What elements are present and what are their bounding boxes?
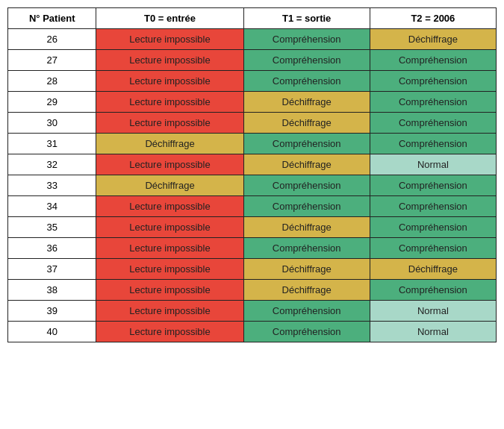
t0-cell: Lecture impossible — [96, 154, 243, 175]
patient-number: 29 — [8, 92, 96, 113]
t2-cell: Déchiffrage — [370, 29, 496, 50]
t0-cell: Lecture impossible — [96, 322, 243, 342]
t1-cell: Compréhension — [243, 238, 370, 259]
header-col-1: T0 = entrée — [96, 8, 243, 29]
t0-cell: Lecture impossible — [96, 71, 243, 92]
t2-cell: Compréhension — [370, 280, 496, 301]
patient-number: 26 — [8, 29, 96, 50]
table-row: 28Lecture impossibleCompréhensionCompréh… — [8, 71, 497, 92]
patient-number: 39 — [8, 301, 96, 322]
header-row: N° PatientT0 = entréeT1 = sortieT2 = 200… — [8, 8, 497, 29]
table-row: 40Lecture impossibleCompréhensionNormal — [8, 322, 497, 342]
data-table: N° PatientT0 = entréeT1 = sortieT2 = 200… — [7, 7, 497, 342]
patient-number: 28 — [8, 71, 96, 92]
t2-cell: Compréhension — [370, 196, 496, 217]
patient-number: 31 — [8, 134, 96, 154]
t1-cell: Compréhension — [243, 29, 370, 50]
table-row: 35Lecture impossibleDéchiffrageCompréhen… — [8, 217, 497, 238]
t0-cell: Lecture impossible — [96, 50, 243, 71]
table-row: 27Lecture impossibleCompréhensionCompréh… — [8, 50, 497, 71]
t2-cell: Compréhension — [370, 71, 496, 92]
t2-cell: Normal — [370, 301, 496, 322]
t2-cell: Normal — [370, 322, 496, 342]
t2-cell: Normal — [370, 154, 496, 175]
header-col-2: T1 = sortie — [243, 8, 370, 29]
t2-cell: Compréhension — [370, 238, 496, 259]
t1-cell: Déchiffrage — [243, 92, 370, 113]
table-row: 31DéchiffrageCompréhensionCompréhension — [8, 134, 497, 154]
table-row: 34Lecture impossibleCompréhensionCompréh… — [8, 196, 497, 217]
t1-cell: Déchiffrage — [243, 217, 370, 238]
t0-cell: Lecture impossible — [96, 259, 243, 280]
patient-number: 36 — [8, 238, 96, 259]
t1-cell: Compréhension — [243, 301, 370, 322]
t0-cell: Déchiffrage — [96, 134, 243, 154]
table-row: 36Lecture impossibleCompréhensionCompréh… — [8, 238, 497, 259]
patient-number: 30 — [8, 113, 96, 134]
table-row: 39Lecture impossibleCompréhensionNormal — [8, 301, 497, 322]
t0-cell: Lecture impossible — [96, 280, 243, 301]
t2-cell: Déchiffrage — [370, 259, 496, 280]
t2-cell: Compréhension — [370, 217, 496, 238]
table-row: 32Lecture impossibleDéchiffrageNormal — [8, 154, 497, 175]
t1-cell: Compréhension — [243, 50, 370, 71]
t1-cell: Compréhension — [243, 196, 370, 217]
table-row: 33DéchiffrageCompréhensionCompréhension — [8, 175, 497, 196]
t1-cell: Déchiffrage — [243, 280, 370, 301]
table-row: 29Lecture impossibleDéchiffrageCompréhen… — [8, 92, 497, 113]
patient-number: 34 — [8, 196, 96, 217]
t1-cell: Déchiffrage — [243, 113, 370, 134]
patient-number: 35 — [8, 217, 96, 238]
table-row: 26Lecture impossibleCompréhensionDéchiff… — [8, 29, 497, 50]
t2-cell: Compréhension — [370, 175, 496, 196]
patient-number: 38 — [8, 280, 96, 301]
patient-number: 33 — [8, 175, 96, 196]
header-col-3: T2 = 2006 — [370, 8, 496, 29]
patient-number: 32 — [8, 154, 96, 175]
t0-cell: Lecture impossible — [96, 238, 243, 259]
header-col-0: N° Patient — [8, 8, 96, 29]
patient-number: 37 — [8, 259, 96, 280]
t0-cell: Lecture impossible — [96, 92, 243, 113]
t0-cell: Lecture impossible — [96, 29, 243, 50]
patient-number: 27 — [8, 50, 96, 71]
t0-cell: Lecture impossible — [96, 113, 243, 134]
t2-cell: Compréhension — [370, 50, 496, 71]
t2-cell: Compréhension — [370, 92, 496, 113]
t2-cell: Compréhension — [370, 134, 496, 154]
t0-cell: Lecture impossible — [96, 301, 243, 322]
t0-cell: Déchiffrage — [96, 175, 243, 196]
t1-cell: Compréhension — [243, 175, 370, 196]
t1-cell: Compréhension — [243, 322, 370, 342]
table-row: 37Lecture impossibleDéchiffrageDéchiffra… — [8, 259, 497, 280]
t1-cell: Compréhension — [243, 71, 370, 92]
patient-number: 40 — [8, 322, 96, 342]
table-row: 30Lecture impossibleDéchiffrageCompréhen… — [8, 113, 497, 134]
t0-cell: Lecture impossible — [96, 196, 243, 217]
table-row: 38Lecture impossibleDéchiffrageCompréhen… — [8, 280, 497, 301]
t0-cell: Lecture impossible — [96, 217, 243, 238]
t1-cell: Déchiffrage — [243, 259, 370, 280]
t2-cell: Compréhension — [370, 113, 496, 134]
t1-cell: Déchiffrage — [243, 154, 370, 175]
t1-cell: Compréhension — [243, 134, 370, 154]
